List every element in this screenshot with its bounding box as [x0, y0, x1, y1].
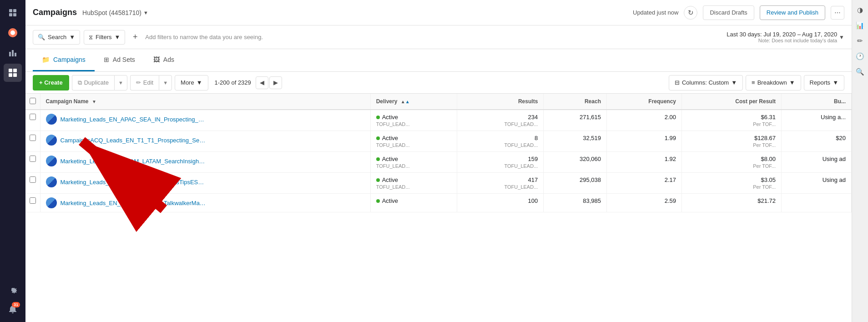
row-checkbox-cell[interactable]: [25, 152, 40, 173]
refresh-button[interactable]: ↻: [684, 6, 697, 20]
reach-cell: 271,615: [544, 110, 607, 131]
reach-value: 32,519: [583, 135, 601, 141]
results-cell: 100: [457, 194, 544, 212]
columns-icon: ⊟: [675, 79, 680, 86]
page-title: Campaigns: [33, 8, 77, 17]
tab-ads[interactable]: 🖼 Ads: [144, 49, 183, 71]
delivery-cell: Active TOFU_LEAD...: [370, 173, 457, 194]
columns-button[interactable]: ⊟ Columns: Custom ▼: [669, 75, 743, 91]
review-publish-button[interactable]: Review and Publish: [760, 5, 825, 20]
account-name: HubSpot (44581710): [82, 9, 141, 16]
sidebar-grid-icon[interactable]: [4, 64, 22, 82]
adsets-tab-label: Ad Sets: [113, 56, 135, 63]
campaign-name-link[interactable]: Marketing_Leads_EN_EMEA_Nordics_Talkwalk…: [61, 200, 206, 206]
sidebar-notifications-icon[interactable]: 31: [4, 300, 22, 318]
table-row: Marketing_Leads_ES_LATAM_LATAM_SearchIns…: [25, 152, 852, 173]
reach-cell: 295,038: [544, 173, 607, 194]
row-checkbox[interactable]: [30, 176, 36, 183]
frequency-value: 1.99: [665, 135, 676, 141]
cost-sub: Per TOF...: [687, 142, 776, 148]
more-button[interactable]: More ▼: [175, 75, 208, 91]
results-value: 100: [463, 197, 538, 204]
more-label: More: [181, 79, 194, 86]
budget-header[interactable]: Bu...: [782, 94, 852, 110]
campaign-name-sort-icon: ▼: [92, 99, 96, 104]
breakdown-button[interactable]: ≡ Breakdown ▼: [746, 75, 801, 91]
sidebar-home-icon[interactable]: [4, 4, 22, 22]
notification-badge: 31: [12, 302, 20, 307]
edit-chevron-button[interactable]: ▼: [159, 75, 172, 91]
duplicate-chevron-button[interactable]: ▼: [114, 75, 127, 91]
budget-cell: $20: [782, 131, 852, 152]
row-checkbox[interactable]: [30, 156, 36, 162]
reports-button[interactable]: Reports ▼: [804, 75, 844, 91]
sidebar-brand-icon[interactable]: [4, 24, 22, 42]
svg-rect-10: [13, 69, 17, 72]
svg-rect-8: [15, 53, 16, 56]
results-label: Results: [518, 98, 538, 105]
campaign-name-cell: Marketing_Leads_EN_APAC_SEA_IN_Prospecti…: [40, 110, 370, 131]
frequency-cell: 2.59: [606, 194, 681, 212]
active-status-dot: [376, 116, 380, 119]
date-range-chevron-icon[interactable]: ▼: [839, 34, 844, 40]
search-icon: 🔍: [38, 34, 45, 40]
discard-drafts-button[interactable]: Discard Drafts: [703, 5, 754, 20]
table-row: Marketing_Leads_ES_LATAM_LATAM_SalesTips…: [25, 173, 852, 194]
campaign-name-link[interactable]: CampaignsACQ_Leads_EN_T1_T1_Prospecting_…: [61, 137, 206, 144]
right-icon-search[interactable]: 🔍: [854, 65, 867, 78]
row-checkbox[interactable]: [30, 197, 36, 204]
campaign-name-cell: CampaignsACQ_Leads_EN_T1_T1_Prospecting_…: [40, 131, 370, 152]
right-icon-chart[interactable]: 📊: [854, 19, 867, 32]
sidebar-analytics-icon[interactable]: [4, 44, 22, 62]
campaigns-tab-label: Campaigns: [53, 56, 86, 63]
delivery-header[interactable]: Delivery ▲: [370, 94, 457, 110]
date-range-selector[interactable]: Last 30 days: Jul 19, 2020 – Aug 17, 202…: [727, 31, 844, 43]
row-checkbox-cell[interactable]: [25, 173, 40, 194]
campaigns-table: Campaign Name ▼ Delivery ▲ Results Reach: [25, 94, 852, 212]
row-checkbox[interactable]: [30, 114, 36, 120]
reach-header[interactable]: Reach: [544, 94, 607, 110]
filters-chevron-icon: ▼: [114, 34, 120, 40]
search-button[interactable]: 🔍 Search ▼: [33, 30, 80, 45]
edit-button[interactable]: ✏ Edit: [130, 75, 159, 91]
filters-button[interactable]: ⧖ Filters ▼: [84, 30, 125, 45]
sidebar-settings-icon[interactable]: [4, 280, 22, 298]
select-all-checkbox[interactable]: [30, 98, 36, 104]
tab-campaigns[interactable]: 📁 Campaigns: [33, 49, 95, 71]
tab-adsets[interactable]: ⊞ Ad Sets: [95, 49, 144, 71]
campaign-name-link[interactable]: Marketing_Leads_EN_APAC_SEA_IN_Prospecti…: [61, 116, 206, 123]
campaign-name-cell: Marketing_Leads_EN_EMEA_Nordics_Talkwalk…: [40, 194, 370, 212]
frequency-header[interactable]: Frequency: [606, 94, 681, 110]
cost-per-result-header[interactable]: Cost per Result: [682, 94, 782, 110]
right-icon-clock[interactable]: 🕐: [854, 50, 867, 63]
campaign-name-link[interactable]: Marketing_Leads_ES_LATAM_LATAM_SearchIns…: [61, 158, 206, 165]
row-checkbox-cell[interactable]: [25, 110, 40, 131]
prev-page-button[interactable]: ◀: [256, 76, 268, 89]
duplicate-button[interactable]: ⧉ Duplicate: [72, 75, 114, 91]
campaign-name-header[interactable]: Campaign Name ▼: [40, 94, 370, 110]
add-filter-button[interactable]: +: [129, 31, 141, 44]
duplicate-icon: ⧉: [78, 79, 82, 86]
campaign-name-link[interactable]: Marketing_Leads_ES_LATAM_LATAM_SalesTips…: [61, 179, 206, 186]
pagination-info: 1-200 of 2329: [215, 79, 251, 86]
row-checkbox-cell[interactable]: [25, 131, 40, 152]
breakdown-label: Breakdown: [757, 79, 787, 86]
select-all-header[interactable]: [25, 94, 40, 110]
delivery-cell: Active TOFU_LEAD...: [370, 131, 457, 152]
cost-per-result-cell: $21.72: [682, 194, 782, 212]
row-checkbox-cell[interactable]: [25, 194, 40, 212]
delivery-status: Active: [382, 197, 398, 204]
frequency-cell: 2.17: [606, 173, 681, 194]
header-more-button[interactable]: ···: [831, 6, 844, 20]
svg-rect-0: [9, 9, 12, 12]
delivery-sub: TOFU_LEAD...: [376, 184, 451, 190]
results-header[interactable]: Results: [457, 94, 544, 110]
right-icon-edit[interactable]: ✏: [854, 35, 867, 47]
next-page-button[interactable]: ▶: [269, 76, 282, 89]
delivery-sort-icon: ▲: [401, 99, 410, 104]
create-button[interactable]: + Create: [33, 75, 69, 91]
results-sub: TOFU_LEAD...: [463, 163, 538, 169]
row-checkbox[interactable]: [30, 135, 36, 141]
account-selector[interactable]: HubSpot (44581710) ▼: [82, 9, 148, 16]
right-icon-expand[interactable]: ◑: [854, 4, 867, 16]
